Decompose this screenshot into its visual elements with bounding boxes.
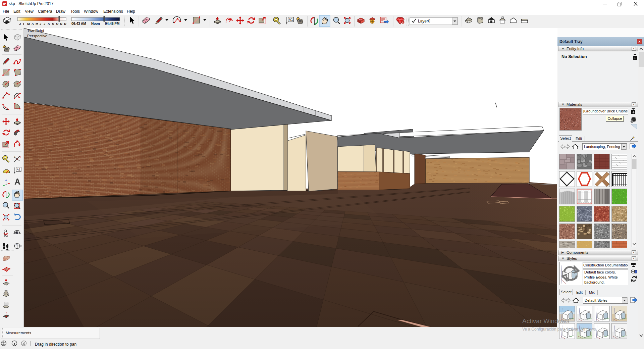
svg-text:Two Point: Two Point	[27, 29, 44, 33]
svg-text:S: S	[52, 22, 54, 26]
svg-text:O: O	[56, 22, 58, 26]
svg-text:M: M	[27, 22, 30, 26]
svg-text:3: 3	[14, 156, 15, 158]
svg-text:Perspective: Perspective	[27, 34, 47, 38]
svg-text:J: J	[19, 22, 21, 26]
svg-text:FR: FR	[359, 18, 362, 21]
svg-text:06:43 AM: 06:43 AM	[71, 22, 86, 26]
svg-text:04:45 PM: 04:45 PM	[105, 22, 119, 26]
svg-text:A: A	[32, 22, 34, 26]
svg-text:D: D	[64, 22, 66, 26]
svg-text:A1: A1	[17, 168, 20, 171]
svg-text:A1: A1	[289, 18, 293, 21]
svg-text:A: A	[48, 22, 50, 26]
svg-text:J: J	[40, 22, 41, 26]
svg-text:N: N	[60, 22, 62, 26]
svg-text:Layer0: Layer0	[418, 19, 430, 23]
svg-text:J: J	[44, 22, 45, 26]
svg-text:F: F	[23, 22, 25, 26]
svg-text:Noon: Noon	[91, 22, 100, 26]
svg-text:M: M	[36, 22, 38, 26]
svg-text:C: C	[16, 244, 18, 246]
